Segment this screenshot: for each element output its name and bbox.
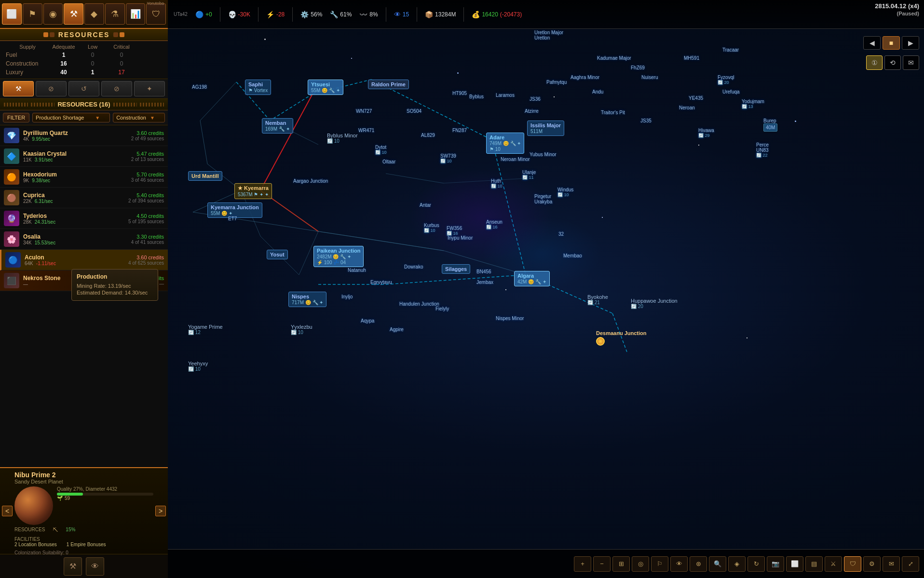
gbottom-b14[interactable]: ⚔ bbox=[825, 556, 842, 572]
divider-2 bbox=[258, 7, 258, 22]
toolbar-flask-btn[interactable]: ⚗ bbox=[105, 3, 125, 25]
system-adare[interactable]: Adare 749M 😊 🔧 ✦ ⚑ 10 bbox=[486, 133, 524, 154]
filter-icon-star[interactable]: ✦ bbox=[134, 81, 165, 96]
resource-item-kaasian-crystal[interactable]: 🔷 Kaasian Crystal 11K 3.91/sec 5.47 cred… bbox=[0, 146, 168, 167]
system-label-algara: Algara 42M 😊 🔧 ✦ bbox=[514, 271, 550, 286]
gbottom-b13[interactable]: ▤ bbox=[805, 556, 823, 572]
res-price-cuprica: 5.40 credits 2 of 394 sources bbox=[128, 192, 164, 203]
planet-nav-next[interactable]: > bbox=[155, 506, 166, 516]
toolbar-chart-btn[interactable]: 📊 bbox=[126, 3, 146, 25]
right-icon-routes[interactable]: ⟲ bbox=[884, 55, 901, 70]
system-ytsuesi[interactable]: Ytsuesi 55M 😊 🔧 ✦ bbox=[308, 80, 343, 95]
nav-prev-btn[interactable]: ◀ bbox=[863, 36, 881, 50]
gbottom-b18[interactable]: ⤢ bbox=[902, 556, 919, 572]
small-label-kurbus: Kurbus 🔄 10 bbox=[424, 223, 439, 233]
system-yeehyxy[interactable]: Yeehyxy 🔄 10 bbox=[188, 361, 208, 372]
system-stat-issilis: 511M bbox=[530, 129, 561, 134]
resource-item-dyrillium-quartz[interactable]: 💎 Dyrillium Quartz 4K 9.95/sec 3.60 cred… bbox=[0, 125, 168, 146]
gbottom-fit[interactable]: ⊞ bbox=[612, 556, 630, 572]
resource-item-osalia[interactable]: 🌸 Osalia 34K 15.53/sec 3.30 credits 4 of… bbox=[0, 229, 168, 250]
gbottom-b7[interactable]: ⊛ bbox=[690, 556, 707, 572]
system-label-huppawoe: Huppawoe Junction 🔄 20 bbox=[631, 298, 678, 309]
resource-item-cuprica[interactable]: 🟤 Cuprica 22K 6.31/sec 5.40 credits 2 of… bbox=[0, 188, 168, 208]
planet-nav-prev[interactable]: < bbox=[2, 506, 13, 516]
resource-item-hexodorium[interactable]: 🟠 Hexodorium 9K 9.38/sec 5.70 credits 3 … bbox=[0, 167, 168, 188]
toolbar-circle-btn[interactable]: ◉ bbox=[43, 3, 63, 25]
toolbar-flag-btn[interactable]: ⚑ bbox=[23, 3, 42, 25]
gbottom-b6[interactable]: 👁 bbox=[670, 556, 688, 572]
bottom-btn-1[interactable]: ⚒ bbox=[64, 557, 82, 576]
playback-controls: ◀ ■ ▶ bbox=[863, 36, 919, 50]
resource-item-tyderios[interactable]: 🔮 Tyderios 28K 24.31/sec 4.50 credits 5 … bbox=[0, 208, 168, 229]
system-byokohe[interactable]: Byokohe 🔄 21 bbox=[587, 294, 608, 305]
small-label-wr471: WR471 bbox=[358, 128, 374, 133]
star bbox=[264, 39, 266, 40]
toolbar-minimap-btn[interactable]: ⬜ bbox=[2, 3, 22, 25]
stat-yeehyxy: 🔄 10 bbox=[188, 366, 208, 372]
system-raldon-prime[interactable]: Raldon Prime bbox=[368, 80, 409, 89]
stat-wave-val: 8% bbox=[369, 11, 378, 18]
gbottom-b12[interactable]: ⬜ bbox=[786, 556, 803, 572]
toolbar-shield-btn[interactable]: 🛡 bbox=[146, 3, 166, 25]
system-nispes[interactable]: Nispes 717M 😊 🔧 ✦ bbox=[288, 292, 326, 307]
filter-icon-refresh[interactable]: ↺ bbox=[68, 81, 99, 96]
production-shortage-dropdown[interactable]: Production Shortage ▼ bbox=[32, 113, 110, 122]
gbottom-zoomout[interactable]: − bbox=[593, 556, 611, 572]
system-urd-mantill[interactable]: Urd Mantill bbox=[188, 171, 222, 181]
filter-icon-banned[interactable]: ⊘ bbox=[36, 81, 67, 96]
nav-pause-btn[interactable]: ■ bbox=[883, 36, 900, 50]
gbottom-b15[interactable]: 🛡 bbox=[844, 556, 861, 572]
system-desmaanu-junction[interactable]: Desmaanu Junction bbox=[596, 330, 647, 346]
small-label-so504: SO504 bbox=[407, 108, 421, 114]
system-byblus-minor[interactable]: Byblus Minor 🔄 10 bbox=[327, 133, 358, 144]
system-nemban[interactable]: Nemban 169M 🔧 ✦ bbox=[262, 118, 293, 134]
empire-bonuses: 1 Empire Bonuses bbox=[67, 542, 106, 547]
resource-item-aculon[interactable]: 🔵 Aculon 64K -1.11/sec 3.60 credits 4 of… bbox=[0, 250, 168, 270]
gbottom-b17[interactable]: ✉ bbox=[883, 556, 900, 572]
gbottom-b5[interactable]: ⚐ bbox=[651, 556, 668, 572]
filter-icon-wrench[interactable]: ⚒ bbox=[3, 81, 34, 96]
dropdown2-arrow: ▼ bbox=[150, 115, 155, 121]
res-name-kaasian: Kaasian Crystal bbox=[23, 150, 127, 157]
res-credits-cuprica: 5.40 credits bbox=[128, 192, 164, 198]
gbottom-b16[interactable]: ⚙ bbox=[863, 556, 881, 572]
small-label-huth: Huth 🔄 10 bbox=[491, 178, 503, 188]
toolbar-diamond-btn[interactable]: ◆ bbox=[84, 3, 104, 25]
res-name-hexodorium: Hexodorium bbox=[23, 171, 127, 178]
small-label-fn287: FN287 bbox=[452, 128, 467, 133]
system-yosut[interactable]: Yosut bbox=[267, 250, 288, 259]
gbottom-b8[interactable]: 🔍 bbox=[709, 556, 726, 572]
small-label-kadumae: Kadumae Major bbox=[597, 55, 631, 61]
system-yyxlezbu[interactable]: Yyxlezbu 🔄 10 bbox=[291, 324, 313, 335]
filter-icon-circle[interactable]: ⊘ bbox=[101, 81, 132, 96]
system-issilis-major[interactable]: Issilis Major 511M bbox=[527, 121, 564, 136]
gbottom-b10[interactable]: ↻ bbox=[747, 556, 765, 572]
res-credits-aculon: 3.60 credits bbox=[128, 255, 164, 260]
bottom-btn-2[interactable]: 👁 bbox=[86, 557, 104, 576]
stat-eye-val: 15 bbox=[403, 11, 409, 18]
system-silagges[interactable]: Silagges bbox=[442, 264, 470, 274]
system-name-paikean: Paikean Junction bbox=[317, 248, 360, 254]
production-tooltip: Production Mining Rate: 13.19/sec Estima… bbox=[71, 269, 158, 301]
system-saphi[interactable]: Saphi ⚑ Vortex bbox=[245, 80, 271, 95]
system-huppawoe-junction[interactable]: Huppawoe Junction 🔄 20 bbox=[631, 298, 678, 309]
system-paikean-junction[interactable]: Paikean Junction 2482M 😊 🔧 ✦ ⚡ 100 💤 04 bbox=[313, 246, 364, 267]
facilities-row: FACILITIES bbox=[14, 537, 153, 542]
system-kyemarra[interactable]: ★ Kyemarra 5367M ⚑ ✦ ✦ bbox=[234, 183, 272, 199]
gbottom-b4[interactable]: ◎ bbox=[632, 556, 649, 572]
res-price-kaasian: 5.47 credits 2 of 13 sources bbox=[131, 151, 164, 162]
map-area[interactable]: Ytsuesi 55M 😊 🔧 ✦ Raldon Prime Saphi ⚑ V… bbox=[168, 0, 924, 578]
nav-next-btn[interactable]: ▶ bbox=[902, 36, 919, 50]
right-icon-1[interactable]: ① bbox=[866, 55, 883, 70]
system-algara[interactable]: Algara 42M 😊 🔧 ✦ bbox=[514, 271, 550, 286]
system-yogame-prime[interactable]: Yogame Prime 🔄 12 bbox=[188, 324, 223, 335]
filter-label-btn[interactable]: FILTER bbox=[3, 113, 29, 122]
gbottom-b11[interactable]: 📷 bbox=[767, 556, 784, 572]
toolbar-wrench-btn[interactable]: ⚒ bbox=[64, 3, 83, 25]
right-icon-mail[interactable]: ✉ bbox=[903, 55, 919, 70]
gbottom-b9[interactable]: ◈ bbox=[728, 556, 746, 572]
resources-title: RESOURCES bbox=[58, 31, 110, 39]
construction-dropdown[interactable]: Construction ▼ bbox=[113, 113, 165, 122]
gbottom-zoomin[interactable]: + bbox=[574, 556, 591, 572]
left-panel: Yorutoba ⬜ ⚑ ◉ ⚒ ◆ ⚗ 📊 🛡 RESOURCES Suppl… bbox=[0, 0, 168, 578]
